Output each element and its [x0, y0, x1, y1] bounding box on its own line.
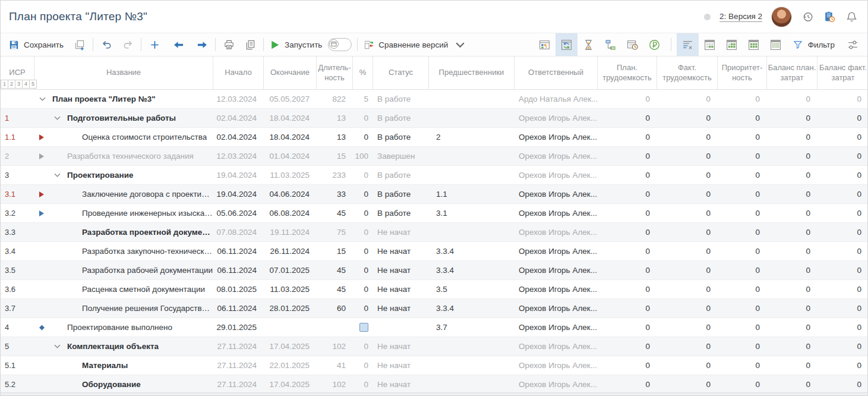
compare-versions-button[interactable]: Сравнение версий: [363, 39, 466, 51]
completed-icon: [39, 153, 45, 160]
indent-task-button[interactable]: [194, 37, 210, 52]
column-header-end[interactable]: Окончание: [264, 56, 317, 89]
horizontal-scrollbar[interactable]: [1, 392, 867, 395]
column-header-duration[interactable]: Длитель- ность: [317, 56, 353, 89]
table-row[interactable]: 1Подготовительные работы02.04.202418.04.…: [1, 109, 867, 128]
column-header-percent[interactable]: %: [353, 56, 373, 89]
duplicate-plan-button[interactable]: [72, 37, 87, 52]
status: [373, 318, 429, 337]
table-row[interactable]: План проекта "Литер №3"12.03.202405.05.2…: [1, 90, 867, 109]
ruble-button[interactable]: [643, 33, 665, 56]
column-header-name[interactable]: Название: [34, 56, 213, 89]
table-row[interactable]: 3.3Разработка проектной документац...07.…: [1, 223, 867, 242]
duration: 41: [317, 356, 353, 375]
version-select[interactable]: 2: Версия 2: [719, 12, 762, 22]
table-row[interactable]: 5.1Материалы27.11.202422.01.2025410Не на…: [1, 356, 867, 375]
history-icon[interactable]: [801, 10, 814, 23]
outdent-task-button[interactable]: [171, 37, 186, 52]
compare-versions-label: Сравнение версий: [378, 40, 448, 49]
table-row[interactable]: 3Проектирование19.04.202411.03.20252330В…: [1, 166, 867, 185]
balance-fact: 0: [818, 242, 868, 260]
calendar-scale-1-button[interactable]: [699, 33, 721, 56]
table-row[interactable]: 3.5Разработка рабочей документации06.11.…: [1, 261, 867, 280]
tasks-clock-icon[interactable]: [823, 10, 836, 23]
table-row[interactable]: 3.4Разработка закупочно-технической д...…: [1, 242, 867, 261]
column-header-balance_fact[interactable]: Баланс факт. затрат: [818, 56, 868, 89]
milestone-icon: [39, 324, 45, 331]
responsible: Орехов Игорь Алек...: [515, 299, 598, 318]
duration: 13: [317, 128, 353, 146]
copy-button[interactable]: [242, 37, 258, 52]
percent-complete: 0: [353, 261, 373, 279]
redo-button[interactable]: [120, 37, 135, 52]
status: В работе: [373, 204, 429, 222]
table-row[interactable]: 2Разработка технического задания12.03.20…: [1, 147, 867, 166]
percent-complete: 0: [353, 280, 373, 298]
column-header-fact_labor[interactable]: Факт. трудоемкость: [657, 56, 718, 89]
column-header-balance_plan[interactable]: Баланс план. затрат: [767, 56, 818, 89]
status: Не начат: [373, 375, 429, 394]
run-button[interactable]: Запустить: [269, 39, 322, 51]
predecessors: [429, 109, 515, 127]
chevron-down-icon[interactable]: [53, 116, 67, 120]
calendar-scale-3-icon: [747, 39, 760, 51]
table-row[interactable]: 5Комплектация объекта27.11.202417.04.202…: [1, 337, 867, 356]
add-task-button[interactable]: [147, 37, 162, 52]
end-date: [264, 318, 317, 337]
run-mode-toggle[interactable]: [328, 38, 352, 51]
window-clock-button[interactable]: [621, 33, 643, 56]
filter-button[interactable]: Фильтр: [793, 39, 835, 50]
view-settings-button[interactable]: [842, 33, 864, 56]
calendar-scale-3-button[interactable]: [743, 33, 765, 56]
end-date: 18.04.2024: [264, 109, 317, 127]
status: Не начат: [373, 299, 429, 318]
table-row[interactable]: 3.2Проведение инженерных изысканий05.06.…: [1, 204, 867, 223]
wbs-cell: 4: [1, 318, 34, 337]
refresh-window-button[interactable]: [555, 33, 577, 56]
wbs-cell: 1.1: [1, 128, 34, 146]
chevron-down-icon[interactable]: [53, 173, 67, 177]
table-row[interactable]: 5.2Оборудование27.11.202417.04.20251020Н…: [1, 375, 867, 394]
arrow-left-icon: [173, 39, 184, 51]
hourglass-button[interactable]: [577, 33, 599, 56]
end-date: 11.03.2025: [264, 280, 317, 298]
status: Не начат: [373, 223, 429, 241]
column-header-priority[interactable]: Приоритет- ность: [718, 56, 767, 89]
table-row[interactable]: 1.1Оценка стоимости строительства02.04.2…: [1, 128, 867, 147]
resource-calendar-button[interactable]: [534, 33, 555, 56]
percent-complete: 0: [353, 185, 373, 203]
save-button[interactable]: Сохранить: [8, 39, 64, 51]
arrow-right-icon: [197, 39, 208, 51]
print-button[interactable]: [221, 37, 236, 52]
column-header-start[interactable]: Начало: [213, 56, 264, 89]
notifications-bell-icon[interactable]: [845, 10, 858, 23]
column-header-status[interactable]: Статус: [373, 56, 429, 89]
responsible: Орехов Игорь Алек...: [515, 147, 598, 165]
responsible: Орехов Игорь Алек...: [515, 166, 598, 184]
column-header-predecessors[interactable]: Предшественники: [429, 56, 515, 89]
toggle-knob-icon: [329, 39, 339, 49]
table-row[interactable]: 3.7Получение решения Государственно...06…: [1, 299, 867, 318]
chevron-down-icon[interactable]: [38, 97, 52, 101]
calendar-scale-2-button[interactable]: [721, 33, 743, 56]
column-header-plan_labor[interactable]: План. трудоемкость: [598, 56, 657, 89]
chevron-down-icon[interactable]: [53, 344, 67, 348]
table-row[interactable]: 3.6Расценка сметной документации08.01.20…: [1, 280, 867, 299]
status: В работе: [373, 185, 429, 203]
priority: 0: [718, 128, 767, 146]
table-row[interactable]: 3.1Заключение договора с проектиров...19…: [1, 185, 867, 204]
hide-details-button[interactable]: [677, 33, 699, 56]
calendar-scale-4-button[interactable]: [765, 33, 787, 56]
status: Не начат: [373, 261, 429, 279]
task-name: Разработка проектной документац...: [82, 228, 213, 237]
dependencies-button[interactable]: [599, 33, 621, 56]
avatar[interactable]: [771, 7, 792, 27]
save-label: Сохранить: [24, 40, 64, 49]
end-date: 22.01.2025: [264, 356, 317, 375]
milestone-checkbox[interactable]: [359, 323, 368, 332]
table-row[interactable]: 4Проектирование выполнено29.01.20253.7Ор…: [1, 318, 867, 337]
wbs-cell: [1, 90, 34, 108]
column-header-responsible[interactable]: Ответственный: [515, 56, 598, 89]
column-header-wbs[interactable]: ИСР12345: [1, 56, 34, 89]
undo-button[interactable]: [99, 37, 114, 52]
